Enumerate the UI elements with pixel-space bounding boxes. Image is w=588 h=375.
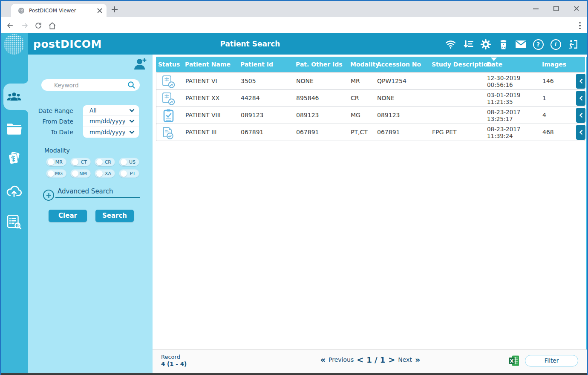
sidebar-item-folders[interactable] bbox=[6, 121, 22, 137]
sidebar-item-upload[interactable] bbox=[6, 182, 22, 199]
sidebar-fillet bbox=[24, 110, 28, 115]
cell-images: 468 bbox=[542, 124, 554, 141]
sidebar-fillet bbox=[24, 78, 28, 84]
trash-icon[interactable] bbox=[497, 38, 510, 51]
tab-title: PostDICOM Viewer bbox=[29, 8, 97, 14]
first-page-icon[interactable]: « bbox=[320, 355, 326, 364]
date-filters-box: All mm/dd/yyyy mm/dd/yyyy bbox=[83, 105, 139, 138]
col-status[interactable]: Status bbox=[158, 57, 180, 72]
cell-date: 08-23-2017 bbox=[487, 109, 520, 115]
cell-modality: MG bbox=[351, 107, 360, 124]
window-maximize-button[interactable] bbox=[546, 1, 566, 16]
cell-other-ids: 895846 bbox=[296, 90, 319, 107]
chevron-down-icon bbox=[129, 119, 135, 123]
cell-patient-id: 3505 bbox=[241, 73, 256, 89]
search-icon[interactable] bbox=[127, 81, 135, 89]
col-patient-name[interactable]: Patient Name bbox=[185, 57, 231, 72]
col-modality[interactable]: Modality bbox=[350, 57, 379, 72]
mail-icon[interactable] bbox=[514, 38, 527, 51]
info-icon[interactable]: i bbox=[549, 38, 562, 51]
clear-button[interactable]: Clear bbox=[49, 210, 87, 222]
modality-toggle-nm[interactable]: NM bbox=[70, 169, 91, 178]
prev-chevron-icon[interactable]: < bbox=[357, 355, 363, 364]
modality-toggle-ct[interactable]: CT bbox=[70, 158, 91, 166]
scrollbar-track[interactable] bbox=[586, 57, 588, 352]
forward-icon[interactable] bbox=[20, 20, 30, 31]
date-range-label: Date Range bbox=[38, 107, 73, 114]
cell-accession: QPW1254 bbox=[377, 73, 406, 89]
favicon-icon bbox=[18, 7, 25, 14]
cell-modality: MR bbox=[351, 73, 360, 89]
cell-description: FPG PET bbox=[432, 124, 457, 141]
col-accession-no[interactable]: Accession No bbox=[377, 57, 421, 72]
modality-toggle-mg[interactable]: MG bbox=[46, 169, 66, 178]
last-page-icon[interactable]: » bbox=[415, 355, 420, 364]
pagination: « Previous < 1 / 1 > Next » bbox=[153, 355, 588, 364]
cell-time: 00:56:16 bbox=[487, 81, 513, 88]
modality-toggle-pt[interactable]: PT bbox=[119, 169, 139, 178]
keyword-input[interactable] bbox=[54, 82, 127, 89]
tab-close-icon[interactable] bbox=[97, 8, 102, 13]
browser-menu-icon[interactable] bbox=[575, 20, 585, 31]
sidebar-item-search-list[interactable] bbox=[6, 214, 22, 230]
cell-time: 11:39:24 bbox=[487, 133, 513, 139]
add-patient-button[interactable] bbox=[133, 56, 148, 72]
cell-images: 1 bbox=[542, 90, 546, 107]
next-page-button[interactable]: Next bbox=[398, 356, 412, 363]
sort-download-icon[interactable] bbox=[462, 38, 475, 51]
row-expand-button[interactable] bbox=[576, 74, 585, 89]
back-icon[interactable] bbox=[5, 20, 15, 31]
sidebar-item-studies[interactable] bbox=[6, 150, 22, 166]
col-other-ids[interactable]: Pat. Other Ids bbox=[296, 57, 343, 72]
cell-other-ids: NONE bbox=[296, 73, 314, 89]
row-expand-button[interactable] bbox=[576, 125, 585, 140]
browser-tab[interactable]: PostDICOM Viewer bbox=[11, 4, 107, 17]
to-date-value: mm/dd/yyyy bbox=[89, 129, 129, 136]
logout-icon[interactable] bbox=[567, 38, 579, 51]
table-row[interactable]: PATIENT III 067891 067891 PT,CT 067891 F… bbox=[156, 124, 585, 141]
to-date-select[interactable]: mm/dd/yyyy bbox=[83, 127, 139, 138]
settings-gear-icon[interactable] bbox=[479, 38, 492, 51]
table-row[interactable]: PATIENT VIII 089123 089123 MG 089123 08-… bbox=[156, 107, 585, 124]
sidebar-item-patient-search[interactable] bbox=[6, 89, 22, 105]
export-excel-button[interactable]: X bbox=[508, 355, 520, 366]
date-range-select[interactable]: All bbox=[83, 105, 139, 116]
row-expand-button[interactable] bbox=[576, 108, 585, 123]
page-indicator: 1 / 1 bbox=[366, 355, 385, 364]
window-minimize-button[interactable] bbox=[526, 1, 545, 16]
patients-group-icon bbox=[6, 91, 22, 103]
col-images[interactable]: Images bbox=[542, 57, 566, 72]
modality-toggle-mr[interactable]: MR bbox=[46, 158, 66, 166]
wifi-icon[interactable] bbox=[444, 38, 457, 51]
chevron-left-icon bbox=[579, 78, 583, 84]
previous-page-button[interactable]: Previous bbox=[329, 356, 354, 363]
table-row[interactable]: PATIENT XX 44284 895846 CR NONE 03-01-20… bbox=[156, 89, 585, 107]
home-icon[interactable] bbox=[47, 20, 57, 31]
cell-modality: PT,CT bbox=[351, 124, 368, 141]
help-icon[interactable]: ? bbox=[532, 38, 545, 51]
col-study-description[interactable]: Study Description bbox=[432, 57, 492, 72]
browser-tabstrip: PostDICOM Viewer bbox=[0, 1, 588, 17]
reload-icon[interactable] bbox=[33, 20, 43, 31]
advanced-search-expand-button[interactable] bbox=[43, 190, 54, 201]
modality-toggle-us[interactable]: US bbox=[119, 158, 139, 166]
modality-toggle-xa[interactable]: XA bbox=[95, 169, 115, 178]
advanced-search-link[interactable]: Advanced Search bbox=[58, 188, 113, 195]
cell-accession: 089123 bbox=[377, 107, 400, 124]
keyword-search-box bbox=[41, 79, 140, 91]
modality-toggle-cr[interactable]: CR bbox=[95, 158, 115, 166]
from-date-select[interactable]: mm/dd/yyyy bbox=[83, 116, 139, 127]
col-patient-id[interactable]: Patient Id bbox=[240, 57, 273, 72]
window-close-button[interactable] bbox=[567, 1, 586, 16]
table-row[interactable]: PATIENT VI 3505 NONE MR QPW1254 12-30-20… bbox=[156, 72, 585, 90]
modality-label: Modality bbox=[44, 147, 70, 154]
sort-desc-icon bbox=[491, 58, 497, 61]
cell-images: 4 bbox=[542, 107, 546, 124]
row-expand-button[interactable] bbox=[576, 91, 585, 106]
next-chevron-icon[interactable]: > bbox=[388, 355, 395, 364]
study-images-icon bbox=[6, 150, 22, 167]
excel-icon: X bbox=[508, 355, 520, 366]
search-button[interactable]: Search bbox=[95, 210, 134, 222]
chevron-left-icon bbox=[579, 95, 583, 101]
filter-button[interactable]: Filter bbox=[525, 355, 578, 366]
